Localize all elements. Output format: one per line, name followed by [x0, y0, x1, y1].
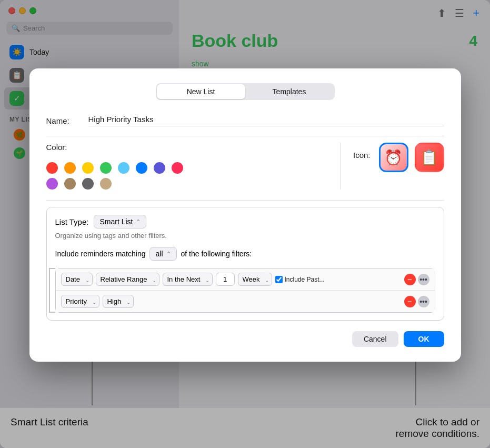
color-swatch-green[interactable]	[100, 162, 112, 174]
color-swatch-light-blue[interactable]	[118, 162, 129, 174]
date-field-wrapper: Date	[61, 273, 93, 286]
include-past-wrapper: Include Past...	[275, 276, 325, 283]
include-label: Include reminders matching	[55, 250, 146, 258]
include-suffix: of the following filters:	[181, 250, 252, 258]
smart-list-hint: Organize using tags and other filters.	[55, 232, 435, 240]
divider-1	[46, 136, 444, 136]
filter-row-1: Date Relative Range In the Next	[56, 268, 435, 291]
cancel-button[interactable]: Cancel	[352, 331, 398, 347]
icon-choice-alarm[interactable]: ⏰	[379, 143, 408, 172]
color-swatch-red[interactable]	[46, 162, 58, 174]
ok-button[interactable]: OK	[404, 331, 444, 347]
name-row: Name:	[46, 115, 444, 126]
include-option: all	[155, 250, 163, 258]
filter-condition-1[interactable]: In the Next	[163, 273, 213, 286]
remove-filter-1-button[interactable]: −	[404, 274, 416, 285]
priority-field-wrapper: Priority	[61, 295, 99, 308]
filter-operator-1[interactable]: Relative Range	[96, 273, 159, 286]
list-type-row: List Type: Smart List ⌃	[55, 215, 435, 228]
color-swatch-blue[interactable]	[136, 162, 147, 174]
name-input[interactable]	[88, 115, 444, 126]
divider-2	[46, 200, 444, 201]
bracket-line	[49, 268, 50, 313]
list-type-chevron: ⌃	[136, 218, 141, 225]
relative-range-wrapper: Relative Range	[96, 273, 159, 286]
color-swatch-brown[interactable]	[64, 178, 76, 190]
color-label: Color:	[46, 143, 67, 152]
color-swatch-purple[interactable]	[46, 178, 58, 190]
icon-label: Icon:	[353, 151, 371, 160]
color-swatch-tan[interactable]	[100, 178, 112, 190]
list-type-value: Smart List	[99, 217, 133, 226]
bracket-top	[49, 268, 55, 269]
bracket-bottom	[49, 312, 55, 313]
smart-list-section: List Type: Smart List ⌃ Organize using t…	[46, 207, 444, 321]
color-icon-section: Color: Icon:	[46, 143, 444, 190]
in-the-next-wrapper: In the Next	[163, 273, 213, 286]
filter-2-actions: − •••	[404, 296, 429, 307]
include-chevron: ⌃	[166, 251, 171, 257]
filter-field-2[interactable]: Priority	[61, 295, 99, 308]
list-type-label: List Type:	[55, 217, 89, 226]
color-section: Color:	[46, 143, 327, 190]
filter-value-1[interactable]	[216, 273, 235, 286]
more-filter-2-button[interactable]: •••	[418, 296, 429, 307]
color-swatch-indigo[interactable]	[154, 162, 165, 174]
filter-container: Date Relative Range In the Next	[55, 268, 435, 313]
high-wrapper: High	[103, 295, 134, 308]
segmented-control: New List Templates	[156, 83, 335, 100]
list-type-dropdown[interactable]: Smart List ⌃	[94, 215, 146, 228]
color-swatch-yellow[interactable]	[82, 162, 94, 174]
seg-new-list[interactable]: New List	[157, 84, 245, 99]
alarm-icon: ⏰	[384, 149, 403, 166]
filter-unit-1[interactable]: Week	[238, 273, 272, 286]
remove-filter-2-button[interactable]: −	[404, 296, 416, 307]
include-option-dropdown[interactable]: all ⌃	[149, 247, 176, 261]
include-past-label: Include Past...	[285, 276, 325, 283]
color-swatch-pink[interactable]	[172, 162, 183, 174]
color-icon-divider	[340, 143, 341, 190]
seg-templates[interactable]: Templates	[245, 84, 334, 99]
color-swatch-dark-gray[interactable]	[82, 178, 94, 190]
list-icon: 📋	[420, 149, 438, 166]
modal-dialog: New List Templates Name: Color:	[29, 68, 461, 362]
filter-field-1[interactable]: Date	[61, 273, 93, 286]
filter-1-actions: − •••	[404, 274, 429, 285]
button-row: Cancel OK	[46, 331, 444, 347]
filter-row-2: Priority High − •••	[56, 291, 435, 312]
include-past-checkbox[interactable]	[275, 276, 283, 283]
icon-choice-list[interactable]: 📋	[415, 143, 444, 172]
filter-wrapper: Date Relative Range In the Next	[55, 268, 435, 313]
color-grid	[46, 162, 327, 190]
icon-section: Icon: ⏰ 📋	[353, 143, 444, 172]
name-label: Name:	[46, 116, 83, 125]
include-row: Include reminders matching all ⌃ of the …	[55, 247, 435, 261]
filter-operator-2[interactable]: High	[103, 295, 134, 308]
color-swatch-orange[interactable]	[64, 162, 76, 174]
week-wrapper: Week	[238, 273, 272, 286]
icon-choices: ⏰ 📋	[379, 143, 444, 172]
more-filter-1-button[interactable]: •••	[418, 274, 429, 285]
